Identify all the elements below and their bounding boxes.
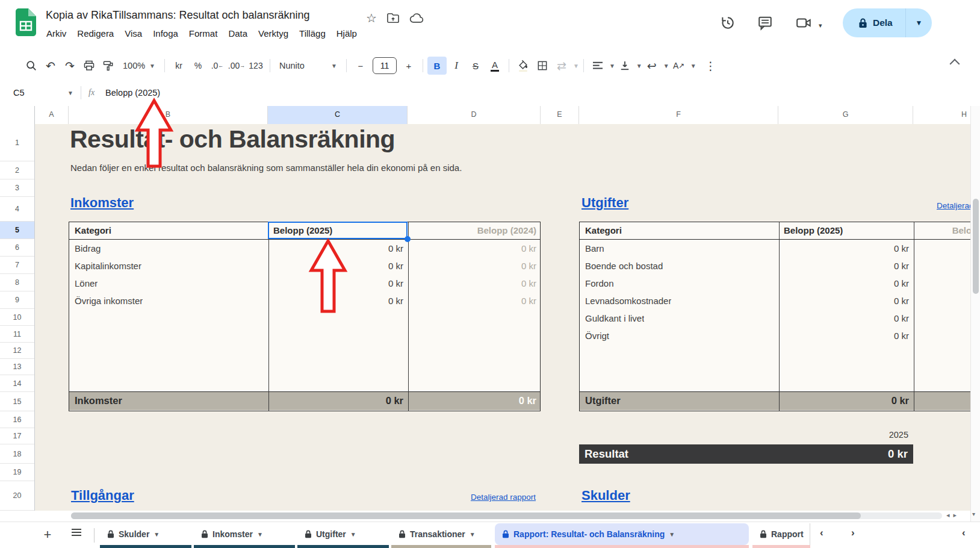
tab-caret-icon[interactable]: ▼ <box>154 531 160 538</box>
income-row[interactable]: Löner 0 kr 0 kr <box>69 275 540 292</box>
row-header-16[interactable]: 16 <box>0 411 34 428</box>
cloud-status-icon[interactable] <box>409 12 424 24</box>
menu-item[interactable]: Hjälp <box>331 26 362 40</box>
column-header-A[interactable]: A <box>35 106 69 124</box>
italic-button[interactable]: I <box>447 57 466 75</box>
fill-color-icon[interactable] <box>513 57 533 75</box>
percent-format-button[interactable]: % <box>188 57 208 75</box>
expense-row[interactable]: Guldkant i livet 0 kr <box>580 310 970 327</box>
row-header-7[interactable]: 7 <box>0 257 34 274</box>
borders-icon[interactable] <box>533 57 552 75</box>
row-header-6[interactable]: 6 <box>0 239 34 257</box>
version-history-icon[interactable] <box>720 15 737 32</box>
all-sheets-icon[interactable] <box>67 526 85 544</box>
menu-item[interactable]: Format <box>184 26 223 40</box>
strikethrough-button[interactable]: S <box>466 57 485 75</box>
zoom-control[interactable]: 100% ▼ <box>118 61 160 70</box>
undo-icon[interactable]: ↶ <box>41 57 60 75</box>
vertical-scrollbar-thumb[interactable] <box>973 199 979 294</box>
more-toolbar-icon[interactable]: ⋮ <box>701 57 721 75</box>
search-icon[interactable] <box>22 57 41 75</box>
decrease-font-size-button[interactable]: − <box>351 57 370 75</box>
income-header-2024[interactable]: Belopp (2024) <box>408 222 541 239</box>
income-row[interactable]: Bidrag 0 kr 0 kr <box>69 240 540 257</box>
income-header-category[interactable]: Kategori <box>69 222 268 239</box>
decrease-decimals-button[interactable]: .0← <box>208 57 227 75</box>
comments-icon[interactable] <box>757 15 774 32</box>
expenses-details-link[interactable]: Detaljerad rapport <box>937 201 970 210</box>
merge-cells-icon[interactable]: ⇄ <box>552 57 571 75</box>
menu-item[interactable]: Tillägg <box>294 26 331 40</box>
row-header-17[interactable]: 17 <box>0 428 34 444</box>
menu-item[interactable]: Visa <box>119 26 147 40</box>
menu-item[interactable]: Redigera <box>72 26 119 40</box>
tab-caret-icon[interactable]: ▼ <box>257 531 263 538</box>
tab-caret-icon[interactable]: ▼ <box>470 531 476 538</box>
row-header-12[interactable]: 12 <box>0 343 34 359</box>
tab-caret-icon[interactable]: ▼ <box>350 531 356 538</box>
row-header-19[interactable]: 19 <box>0 464 34 481</box>
row-header-18[interactable]: 18 <box>0 444 34 464</box>
row-header-11[interactable]: 11 <box>0 326 34 343</box>
vertical-scrollbar[interactable]: ▾ <box>970 106 980 522</box>
row-header-10[interactable]: 10 <box>0 309 34 326</box>
menu-item[interactable]: Arkiv <box>41 26 72 40</box>
expense-row[interactable]: Övrigt 0 kr <box>580 327 970 344</box>
document-title[interactable]: Kopia av RikaTillsammans: Resultat och b… <box>46 9 310 22</box>
column-header-G[interactable]: G <box>778 106 913 124</box>
tab-scroll-left-icon[interactable]: ‹ <box>820 527 823 539</box>
expense-row[interactable]: Barn 0 kr <box>580 240 970 257</box>
row-header-4[interactable]: 4 <box>0 197 34 222</box>
income-row[interactable]: Kapitalinkomster 0 kr 0 kr <box>69 257 540 275</box>
column-header-C[interactable]: C <box>268 106 408 124</box>
assets-heading-link[interactable]: Tillgångar <box>71 488 134 503</box>
liabilities-heading-link[interactable]: Skulder <box>581 488 630 503</box>
sheets-logo-icon[interactable] <box>16 8 36 36</box>
merge-caret-icon[interactable]: ▼ <box>573 63 579 69</box>
income-row[interactable]: Övriga inkomster 0 kr 0 kr <box>69 292 540 310</box>
horizontal-align-icon[interactable] <box>588 57 607 75</box>
expense-row[interactable]: Boende och bostad 0 kr <box>580 257 970 275</box>
horizontal-scroll-arrows-icon[interactable]: ◂▸ <box>946 511 960 519</box>
paint-format-icon[interactable] <box>99 57 118 75</box>
formula-input[interactable]: Belopp (2025) <box>105 88 160 98</box>
column-header-B[interactable]: B <box>69 106 268 124</box>
column-header-F[interactable]: F <box>579 106 778 124</box>
sheet-tab-rapport[interactable]: Rapport <box>752 523 810 545</box>
star-icon[interactable]: ☆ <box>366 11 377 25</box>
expenses-header-category[interactable]: Kategori <box>580 222 779 239</box>
row-header-1[interactable]: 1 <box>0 124 34 161</box>
add-sheet-icon[interactable]: + <box>39 526 57 544</box>
row-header-20[interactable]: 20 <box>0 481 34 511</box>
row-header-5[interactable]: 5 <box>0 222 34 239</box>
tab-scroll-right-icon[interactable]: › <box>851 527 855 539</box>
vertical-scroll-down-icon[interactable]: ▾ <box>972 511 975 517</box>
font-size-input[interactable]: 11 <box>373 57 397 74</box>
tab-overflow-left-icon[interactable]: ‹ <box>962 527 966 539</box>
share-button[interactable]: Dela ▼ <box>843 8 932 37</box>
assets-details-link[interactable]: Detaljerad rapport <box>427 493 536 502</box>
column-header-E[interactable]: E <box>541 106 579 124</box>
sheet-tab-inkomster[interactable]: Inkomster▼ <box>194 523 295 545</box>
increase-font-size-button[interactable]: + <box>399 57 418 75</box>
horizontal-scrollbar[interactable] <box>71 512 942 519</box>
move-to-folder-icon[interactable] <box>386 12 400 24</box>
font-selector[interactable]: Nunito ▼ <box>274 61 342 70</box>
meet-caret-icon[interactable]: ▾ <box>819 22 822 30</box>
name-box[interactable]: C5 ▼ <box>0 88 73 98</box>
sheet-tab-skulder[interactable]: Skulder▼ <box>100 523 191 545</box>
column-header-H[interactable]: H <box>913 106 970 124</box>
menu-item[interactable]: Verktyg <box>253 26 294 40</box>
expense-row[interactable]: Levnadsomkostnader 0 kr <box>580 292 970 310</box>
print-icon[interactable] <box>79 57 99 75</box>
column-header-D[interactable]: D <box>408 106 541 124</box>
row-header-15[interactable]: 15 <box>0 392 34 411</box>
row-header-9[interactable]: 9 <box>0 291 34 309</box>
currency-format-button[interactable]: kr <box>169 57 188 75</box>
vertical-align-icon[interactable] <box>615 57 634 75</box>
select-all-corner[interactable] <box>0 106 35 124</box>
more-formats-button[interactable]: 123 <box>246 57 265 75</box>
expenses-header-2025[interactable]: Belopp (2025) <box>779 222 914 239</box>
text-color-button[interactable]: A <box>485 57 504 75</box>
expenses-total-row[interactable]: Utgifter 0 kr <box>580 391 970 410</box>
